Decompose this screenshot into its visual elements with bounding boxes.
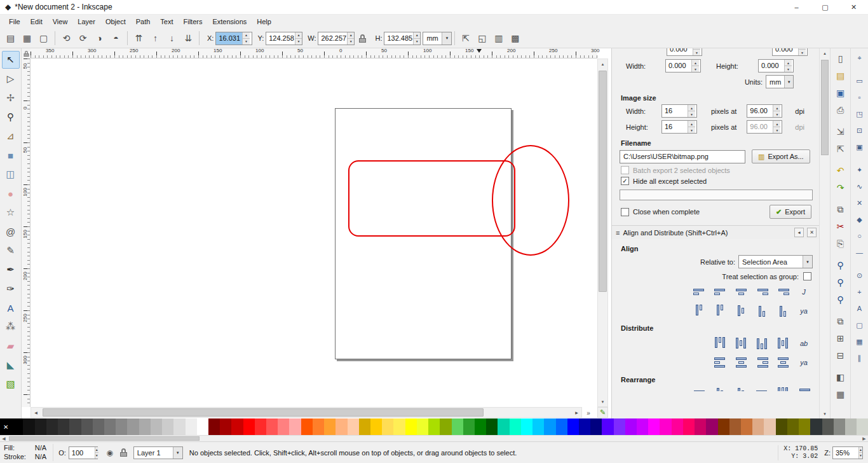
menu-filters[interactable]: Filters xyxy=(179,16,208,27)
selector-tool[interactable]: ↖ xyxy=(2,51,20,69)
paste[interactable]: ⎘ xyxy=(833,236,848,251)
color-swatch[interactable] xyxy=(23,418,34,435)
color-swatch[interactable] xyxy=(313,418,324,435)
zoom-to-fit-drawing[interactable]: ⚲ xyxy=(833,275,848,290)
color-swatch[interactable] xyxy=(845,418,857,435)
star-tool[interactable]: ☆ xyxy=(2,204,20,221)
spiral-tool[interactable]: @ xyxy=(2,223,20,240)
redo[interactable]: ↷ xyxy=(833,180,848,195)
scale-corners-toggle[interactable]: ◱ xyxy=(474,31,490,46)
open-document[interactable]: ▤ xyxy=(833,68,848,83)
scroll-right-arrow[interactable]: ▶ xyxy=(572,408,581,417)
align-top-edges[interactable] xyxy=(711,303,729,319)
export-width-input-up-arrow[interactable]: ▲ xyxy=(692,60,699,66)
color-swatch[interactable] xyxy=(486,418,498,435)
color-swatch[interactable] xyxy=(405,418,417,435)
snap-text-baseline[interactable]: A xyxy=(853,302,866,315)
color-swatch[interactable] xyxy=(440,418,451,435)
distribute-bottom-edges[interactable] xyxy=(753,354,771,370)
scroll-left-arrow[interactable]: ◀ xyxy=(31,408,41,417)
unlink-clone[interactable]: ⊟ xyxy=(833,348,848,363)
color-swatch-none[interactable]: ✕ xyxy=(0,418,11,435)
make-horizontal-gaps-equal[interactable] xyxy=(774,335,792,351)
color-swatch[interactable] xyxy=(266,418,278,435)
color-swatch[interactable] xyxy=(799,418,810,435)
color-swatch[interactable] xyxy=(590,418,602,435)
raise[interactable]: ↑ xyxy=(147,31,163,46)
align-bottom-edges-to-top-edge-of-anchor[interactable] xyxy=(690,303,708,319)
current-layer-dropdown[interactable]: Layer 1▼ xyxy=(133,446,183,459)
color-swatch[interactable] xyxy=(370,418,382,435)
lower[interactable]: ↓ xyxy=(164,31,180,46)
close-button[interactable]: ✕ xyxy=(839,0,868,15)
dpi-input-down-arrow[interactable]: ▼ xyxy=(773,111,780,117)
calligraphy-tool[interactable]: ✑ xyxy=(2,280,20,298)
color-swatch[interactable] xyxy=(11,418,23,435)
distribute-centers-vertically[interactable] xyxy=(732,354,750,370)
vertical-scrollbar[interactable]: ▲ ▼ xyxy=(597,59,608,407)
align-right-edges[interactable] xyxy=(753,284,771,300)
align-bottom-edges[interactable] xyxy=(753,303,771,319)
scroll-up-arrow[interactable]: ▲ xyxy=(598,59,607,69)
minimize-button[interactable]: – xyxy=(782,0,811,15)
export-units-dropdown-arrow[interactable]: ▼ xyxy=(784,76,793,88)
export-bitmap[interactable]: ⇱ xyxy=(833,141,848,156)
color-swatch[interactable] xyxy=(382,418,393,435)
move-gradients-toggle[interactable]: ▥ xyxy=(491,31,506,46)
color-swatch[interactable] xyxy=(289,418,301,435)
maximize-button[interactable]: ▢ xyxy=(811,0,839,15)
color-swatch[interactable] xyxy=(510,418,521,435)
pen-tool[interactable]: ✒ xyxy=(2,261,20,279)
horizontal-ruler[interactable]: 35030025020015010050050100150200250300 xyxy=(31,48,597,59)
export-area-y-input-down-arrow[interactable]: ▼ xyxy=(799,50,806,55)
lock-guides-corner[interactable] xyxy=(22,48,31,59)
color-swatch[interactable] xyxy=(532,418,544,435)
menu-view[interactable]: View xyxy=(48,16,73,27)
align-panel-header[interactable]: ≡ Align and Distribute (Shift+Ctrl+A) ◂ … xyxy=(612,225,819,239)
layer-visibility-toggle[interactable]: ◉ xyxy=(104,447,116,459)
image-height-input-up-arrow[interactable]: ▲ xyxy=(688,121,695,127)
ellipse-shape[interactable] xyxy=(492,145,569,256)
snap-object-centers[interactable]: ⊙ xyxy=(853,269,866,282)
units-dropdown[interactable]: mm▼ xyxy=(423,32,452,45)
lock-width-height-ratio[interactable] xyxy=(356,32,369,45)
zoom-tool[interactable]: ⚲ xyxy=(2,108,20,126)
copy[interactable]: ⧉ xyxy=(833,202,848,217)
rotate-90-ccw[interactable]: ⟲ xyxy=(58,31,74,46)
color-swatch[interactable] xyxy=(162,418,173,435)
relative-to-dropdown[interactable]: Selection Area▼ xyxy=(738,255,813,268)
menu-file[interactable]: File xyxy=(4,16,25,27)
distribute-centers-horizontally[interactable] xyxy=(732,335,750,351)
export-width-input-down-arrow[interactable]: ▼ xyxy=(692,66,699,72)
distribute-text-anchors-horizontal[interactable]: ab xyxy=(795,335,813,351)
color-swatch[interactable] xyxy=(231,418,243,435)
color-swatch[interactable] xyxy=(498,418,509,435)
new-document[interactable]: ▯ xyxy=(833,51,848,66)
color-swatch[interactable] xyxy=(637,418,648,435)
color-swatch[interactable] xyxy=(336,418,347,435)
node-tool[interactable]: ▷ xyxy=(2,70,20,88)
menu-path[interactable]: Path xyxy=(131,16,156,27)
color-swatch[interactable] xyxy=(706,418,717,435)
exchange-in-z-order[interactable] xyxy=(732,385,750,391)
color-swatch[interactable] xyxy=(463,418,475,435)
make-vertical-gaps-equal[interactable] xyxy=(774,354,792,370)
color-swatch[interactable] xyxy=(544,418,555,435)
vertical-scrollbar-thumb[interactable] xyxy=(599,71,607,292)
color-swatch[interactable] xyxy=(452,418,463,435)
snap-paths[interactable]: ∿ xyxy=(853,180,866,193)
color-swatch[interactable] xyxy=(417,418,428,435)
rounded-rectangle-shape[interactable] xyxy=(348,160,515,237)
current-layer-dropdown-arrow[interactable]: ▼ xyxy=(173,447,182,459)
export-height-input-up-arrow[interactable]: ▲ xyxy=(785,60,792,66)
select-all[interactable]: ▤ xyxy=(3,31,18,46)
opacity-input[interactable]: 100▲▼ xyxy=(69,446,98,459)
color-swatch[interactable] xyxy=(556,418,567,435)
deselect[interactable]: ▢ xyxy=(36,31,51,46)
panel-close-button[interactable]: ✕ xyxy=(807,228,817,237)
snap-smooth-nodes[interactable]: ○ xyxy=(853,230,866,242)
color-swatch[interactable] xyxy=(139,418,151,435)
color-swatch[interactable] xyxy=(614,418,625,435)
scroll-down-arrow[interactable]: ▼ xyxy=(598,397,607,406)
menu-layer[interactable]: Layer xyxy=(72,16,100,27)
